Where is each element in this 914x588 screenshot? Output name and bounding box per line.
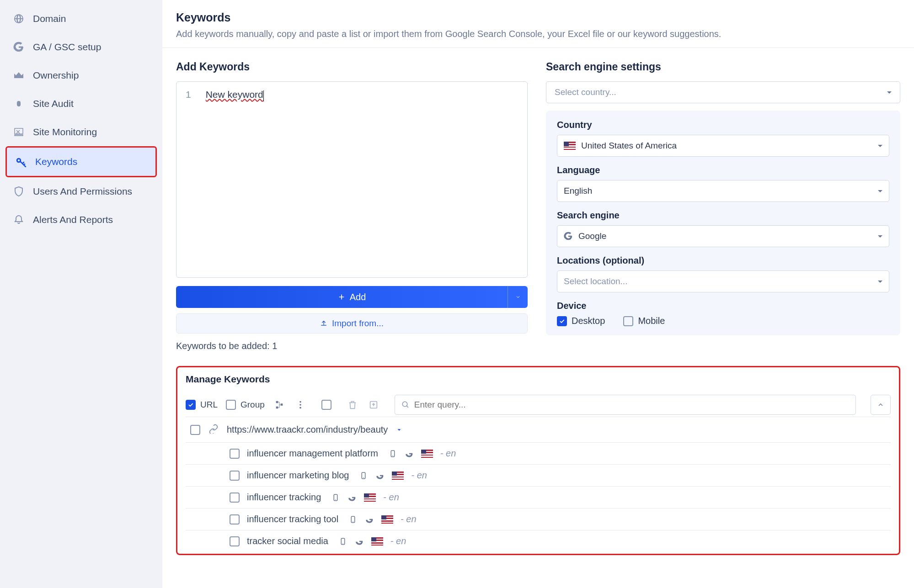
sidebar-item-label: Domain [33,13,66,24]
engine-select[interactable]: Google [557,225,889,247]
device-desktop-option[interactable]: Desktop [557,316,605,326]
keywords-editor[interactable]: 1 New keyword [176,81,528,278]
trash-icon[interactable] [346,398,359,411]
keyword-row[interactable]: influencer tracking - en [186,486,891,508]
upload-icon [320,320,327,327]
language-tag: - en [401,514,416,524]
add-keywords-section: Add Keywords 1 New keyword Add Import fr… [176,61,528,351]
url-checkbox[interactable] [186,400,196,410]
device-label: Device [557,301,889,311]
chevron-down-icon[interactable] [396,427,402,433]
country-label: Country [557,120,889,130]
monitor-icon [13,126,25,138]
sidebar-item-ga-gsc[interactable]: GA / GSC setup [0,33,162,61]
country-placeholder: Select country... [555,87,616,97]
editor-content: New keyword [206,89,263,100]
select-all-checkbox[interactable] [321,400,331,410]
locations-select[interactable]: Select location... [557,270,889,292]
locations-placeholder: Select location... [564,276,627,286]
row-checkbox[interactable] [230,493,240,503]
mobile-icon [348,515,358,524]
keyword-row[interactable]: tracker social media - en [186,530,891,552]
more-icon[interactable] [294,398,307,411]
sidebar-item-label: Site Monitoring [33,127,97,138]
chevron-down-icon [887,91,892,94]
mobile-icon [388,449,397,458]
flag-us-icon [381,515,393,524]
device-mobile-option[interactable]: Mobile [623,316,665,326]
shield-icon [13,185,25,197]
language-tag: - en [440,448,456,459]
sidebar-item-label: Site Audit [33,98,74,109]
row-checkbox[interactable] [230,536,240,546]
group-filter[interactable]: Group [226,400,265,410]
text-cursor [263,90,264,101]
row-checkbox[interactable] [230,471,240,481]
keyword-text: tracker social media [247,536,328,546]
keyword-text: influencer tracking tool [247,514,338,524]
add-dropdown-toggle[interactable] [508,286,528,308]
add-button-label: Add [350,292,366,302]
google-icon [365,515,374,524]
google-icon [375,471,385,480]
sidebar-item-label: Users And Permissions [33,186,132,197]
country-select[interactable]: United States of America [557,135,889,157]
locations-label: Locations (optional) [557,255,889,266]
google-icon [355,537,364,546]
svg-point-16 [353,521,353,522]
row-checkbox[interactable] [230,514,240,524]
search-input[interactable] [414,400,849,410]
sidebar-item-ownership[interactable]: Ownership [0,61,162,90]
flag-us-icon [364,493,376,502]
chevron-down-icon [878,281,882,283]
engine-label: Search engine [557,210,889,221]
keyword-row[interactable]: influencer tracking tool - en [186,508,891,530]
collapse-button[interactable] [871,395,891,415]
language-select[interactable]: English [557,180,889,202]
sidebar-item-label: Ownership [33,70,79,81]
flag-us-icon [371,537,383,546]
group-checkbox[interactable] [226,400,236,410]
page-subtitle: Add keywords manually, copy and paste a … [176,29,900,39]
desktop-checkbox[interactable] [557,316,567,326]
sidebar-item-site-monitoring[interactable]: Site Monitoring [0,118,162,146]
mobile-icon [331,493,340,502]
add-button[interactable]: Add [176,286,528,308]
google-icon [13,41,25,53]
sidebar-item-site-audit[interactable]: Site Audit [0,90,162,118]
mobile-checkbox[interactable] [623,316,633,326]
sidebar-item-keywords[interactable]: Keywords [5,146,157,177]
svg-point-14 [336,499,337,500]
url-row-checkbox[interactable] [190,425,200,435]
svg-point-12 [363,477,364,478]
google-icon [405,449,414,458]
mobile-icon [338,537,347,546]
sidebar-item-domain[interactable]: Domain [0,5,162,33]
engine-value: Google [578,231,606,241]
manage-keywords-section: Manage Keywords URL Group [176,366,900,555]
page-header: Keywords Add keywords manually, copy and… [162,0,914,48]
keyword-row[interactable]: influencer management platform - en [186,442,891,464]
sidebar-item-alerts-reports[interactable]: Alerts And Reports [0,206,162,234]
url-group-row[interactable]: https://www.traackr.com/industry/beauty [186,417,891,442]
keyword-row[interactable]: influencer marketing blog - en [186,464,891,486]
google-icon [564,232,573,241]
export-icon[interactable] [367,398,380,411]
url-filter[interactable]: URL [186,400,218,410]
plus-icon [338,293,345,301]
tree-icon[interactable] [273,398,286,411]
main-content: Keywords Add keywords manually, copy and… [162,0,914,588]
country-quick-select[interactable]: Select country... [546,81,900,103]
desktop-label: Desktop [572,316,605,326]
flag-us-icon [564,142,576,150]
search-engine-settings: Search engine settings Select country...… [546,61,900,351]
sidebar-item-users-permissions[interactable]: Users And Permissions [0,177,162,206]
flag-us-icon [392,471,404,480]
bug-icon [13,98,25,110]
svg-point-8 [402,402,407,407]
search-box[interactable] [395,395,856,415]
sidebar-item-label: Alerts And Reports [33,214,113,225]
row-checkbox[interactable] [230,449,240,459]
chevron-up-icon [877,401,884,408]
import-button[interactable]: Import from... [176,313,528,334]
